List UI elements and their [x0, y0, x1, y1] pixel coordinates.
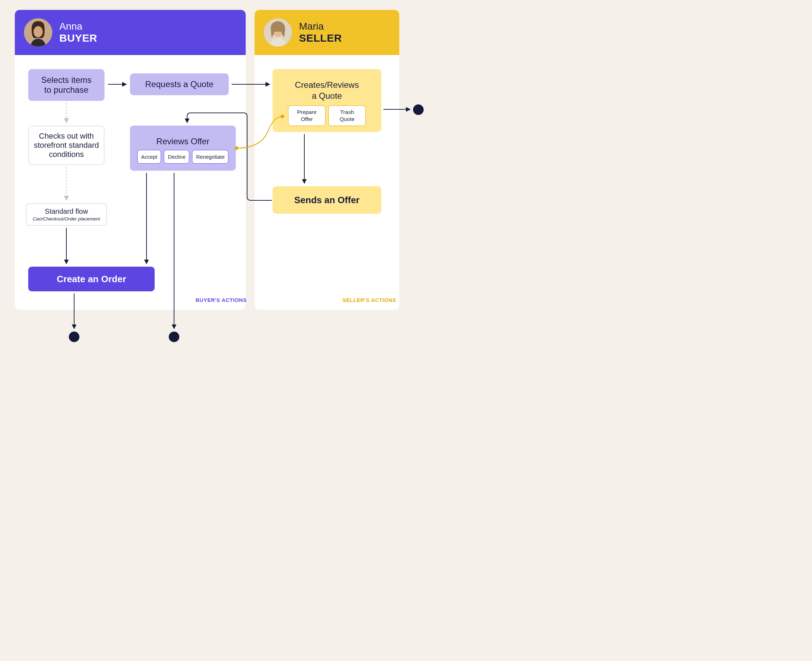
node-standard-flow-sub: Cart/Checkout/Order placement — [33, 216, 100, 222]
buyer-avatar — [24, 18, 52, 46]
node-creates-quote: Creates/Reviews a Quote Prepare Offer Tr… — [272, 69, 381, 132]
svg-point-2 — [34, 26, 43, 37]
node-select-items-label: Selects items to purchase — [41, 75, 92, 95]
seller-actions-label: SELLER'S ACTIONS — [343, 297, 396, 303]
decline-button[interactable]: Decline — [164, 150, 189, 164]
node-standard-flow-title: Standard flow — [45, 208, 88, 216]
buyer-identity: Anna BUYER — [59, 21, 98, 44]
buyer-header: Anna BUYER — [15, 10, 246, 55]
node-select-items: Selects items to purchase — [28, 69, 104, 101]
buyer-actions-label: BUYER'S ACTIONS — [195, 297, 247, 303]
seller-role: SELLER — [299, 32, 342, 44]
seller-header: Maria SELLER — [255, 10, 399, 55]
seller-identity: Maria SELLER — [299, 21, 342, 44]
node-create-order-label: Create an Order — [57, 274, 127, 285]
terminal-dot — [169, 332, 179, 342]
node-checkout-label: Checks out with storefront standard cond… — [32, 132, 101, 159]
accept-button[interactable]: Accept — [137, 150, 161, 164]
seller-avatar — [264, 18, 292, 46]
trash-quote-button[interactable]: Trash Quote — [328, 105, 366, 126]
node-reviews-offer-title: Reviews Offer — [156, 137, 209, 146]
prepare-offer-button[interactable]: Prepare Offer — [288, 105, 325, 126]
node-create-order: Create an Order — [28, 267, 155, 291]
terminal-dot — [413, 104, 424, 115]
buyer-role: BUYER — [59, 32, 98, 44]
node-request-quote: Requests a Quote — [130, 73, 229, 95]
node-checkout: Checks out with storefront standard cond… — [28, 126, 104, 165]
buyer-name: Anna — [59, 21, 98, 32]
seller-panel: Maria SELLER — [255, 10, 399, 310]
node-creates-quote-title: Creates/Reviews a Quote — [295, 79, 359, 101]
node-sends-offer-label: Sends an Offer — [295, 195, 360, 206]
renegotiate-button[interactable]: Renegotiate — [192, 150, 228, 164]
node-request-quote-label: Requests a Quote — [145, 79, 213, 89]
seller-name: Maria — [299, 21, 342, 32]
node-reviews-offer: Reviews Offer Accept Decline Renegotiate — [130, 126, 236, 171]
terminal-dot — [69, 332, 79, 342]
node-standard-flow: Standard flow Cart/Checkout/Order placem… — [26, 203, 107, 226]
node-sends-offer: Sends an Offer — [272, 186, 381, 214]
